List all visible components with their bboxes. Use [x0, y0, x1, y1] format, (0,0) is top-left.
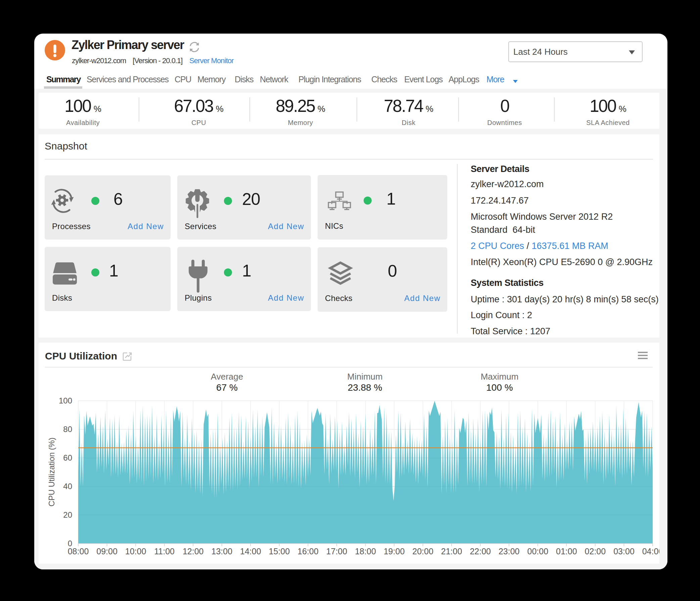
svg-text:04:00: 04:00 — [642, 547, 659, 556]
svg-text:21:00: 21:00 — [441, 547, 462, 556]
svg-text:15:00: 15:00 — [269, 547, 290, 556]
svg-text:40: 40 — [63, 482, 72, 491]
svg-text:08:00: 08:00 — [68, 547, 89, 556]
svg-text:22:00: 22:00 — [470, 547, 491, 556]
svg-text:16:00: 16:00 — [297, 547, 319, 556]
svg-text:60: 60 — [63, 453, 72, 462]
svg-text:0: 0 — [68, 539, 72, 548]
svg-text:03:00: 03:00 — [614, 547, 634, 556]
svg-text:18:00: 18:00 — [355, 547, 376, 556]
svg-text:12:00: 12:00 — [183, 547, 204, 556]
svg-text:17:00: 17:00 — [326, 547, 348, 556]
svg-text:20:00: 20:00 — [412, 547, 433, 556]
svg-text:11:00: 11:00 — [154, 547, 175, 556]
svg-text:10:00: 10:00 — [125, 547, 146, 556]
svg-text:14:00: 14:00 — [240, 547, 261, 556]
svg-text:CPU Utilization (%): CPU Utilization (%) — [47, 437, 56, 506]
svg-text:20: 20 — [63, 510, 72, 519]
svg-text:09:00: 09:00 — [96, 547, 118, 556]
svg-text:01:00: 01:00 — [556, 547, 577, 556]
svg-text:13:00: 13:00 — [211, 547, 233, 556]
svg-text:80: 80 — [63, 425, 72, 434]
svg-text:00:00: 00:00 — [527, 547, 549, 556]
svg-text:23:00: 23:00 — [499, 547, 520, 556]
svg-text:02:00: 02:00 — [585, 547, 606, 556]
svg-text:100: 100 — [59, 396, 72, 405]
svg-text:19:00: 19:00 — [384, 547, 405, 556]
